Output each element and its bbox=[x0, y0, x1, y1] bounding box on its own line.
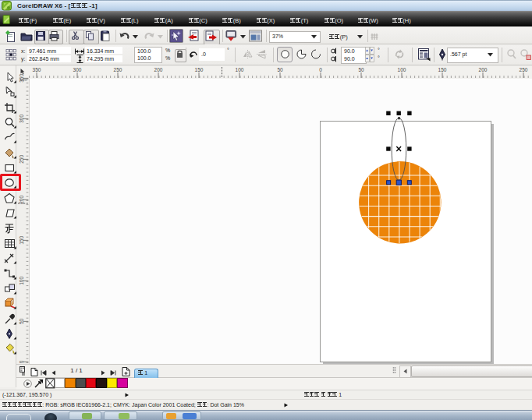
svg-text:mm: mm bbox=[20, 77, 28, 82]
svg-text:300: 300 bbox=[19, 115, 24, 123]
svg-text:150: 150 bbox=[19, 236, 24, 245]
svg-text:100: 100 bbox=[19, 277, 24, 285]
svg-text:0: 0 bbox=[19, 360, 24, 363]
svg-text:250: 250 bbox=[19, 155, 24, 164]
svg-text:50: 50 bbox=[19, 318, 24, 324]
svg-text:200: 200 bbox=[19, 196, 24, 204]
